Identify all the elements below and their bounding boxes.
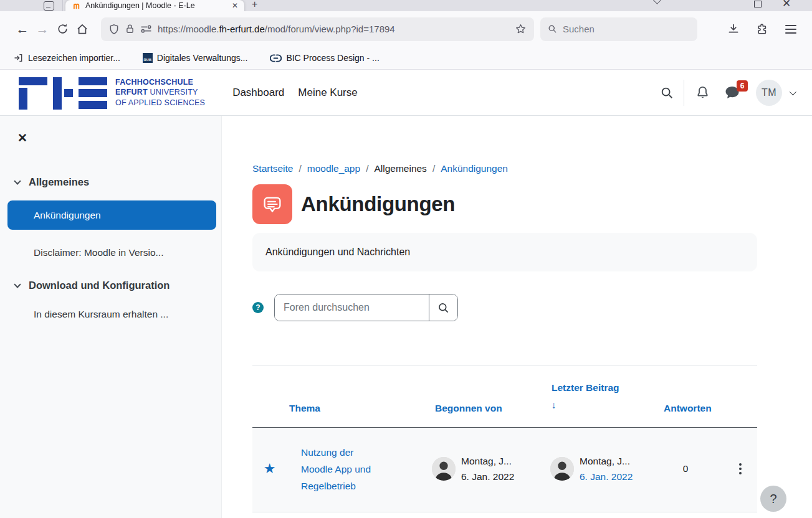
breadcrumb-separator: / (366, 163, 368, 174)
unread-messages-badge: 6 (737, 80, 748, 92)
forum-search-row: ? (252, 294, 757, 321)
sort-thema[interactable]: Thema (287, 403, 408, 414)
sort-begonnen-von[interactable]: Begonnen von (408, 403, 536, 414)
main-region: Startseite / moodle_app / Allgemeines / … (222, 116, 812, 518)
sidebar-item-kursraum[interactable]: In diesem Kursraum erhalten ... (34, 309, 221, 320)
section-toggle-download[interactable]: Download und Konfiguration (15, 280, 221, 291)
tracking-shield-icon[interactable] (108, 24, 120, 35)
forum-description: Ankündigungen und Nachrichten (252, 233, 757, 271)
back-button[interactable]: ← (12, 19, 32, 39)
topic-line: Moodle App und (301, 464, 371, 474)
fhe-logo-text: FACHHOCHSCHULE ERFURT UNIVERSITY OF APPL… (115, 77, 205, 108)
primary-nav: Dashboard Meine Kurse (232, 83, 358, 103)
breadcrumb-moodle-app[interactable]: moodle_app (307, 163, 360, 174)
reload-icon (57, 23, 69, 35)
url-text[interactable]: https://moodle.fh-erfurt.de/mod/forum/vi… (158, 24, 509, 34)
section-toggle-allgemeines[interactable]: Allgemeines (15, 176, 221, 188)
sidebar-close-button[interactable]: ✕ (17, 131, 27, 145)
app-menu-button[interactable] (781, 19, 801, 39)
last-post-date-link[interactable]: 6. Jan. 2022 (580, 469, 633, 484)
messages-button[interactable]: 6 (725, 86, 740, 99)
avatar (432, 457, 456, 481)
header-search-button[interactable] (660, 86, 674, 100)
help-info-icon[interactable]: ? (252, 302, 264, 313)
firefox-view-icon[interactable] (44, 1, 54, 11)
nav-meine-kurse[interactable]: Meine Kurse (298, 83, 357, 103)
bookmark-label: BIC Process Design - ... (286, 53, 379, 63)
logo-line2-rest: UNIVERSITY (148, 88, 198, 97)
url-prefix: https://moodle. (158, 24, 219, 34)
search-icon (548, 24, 557, 34)
new-tab-button[interactable]: + (252, 0, 257, 10)
bookmark-star-icon[interactable] (515, 23, 527, 35)
course-index-sidebar: ✕ Allgemeines Ankündigungen Disclaimer: … (0, 116, 222, 518)
permissions-sliders-icon[interactable] (140, 24, 152, 34)
url-path: /mod/forum/view.php?id=17894 (265, 24, 395, 34)
bic-favicon (270, 54, 282, 63)
forum-search-button[interactable] (429, 294, 457, 321)
search-icon (660, 86, 674, 100)
moodle-header: FACHHOCHSCHULE ERFURT UNIVERSITY OF APPL… (0, 70, 812, 116)
logo-line1: FACHHOCHSCHULE (115, 78, 193, 87)
home-icon (76, 23, 88, 35)
row-actions-menu[interactable] (723, 463, 757, 474)
list-all-tabs-icon[interactable] (653, 0, 661, 4)
floating-help-button[interactable]: ? (760, 486, 786, 512)
tab-close-icon[interactable]: ✕ (232, 2, 238, 9)
window-close-icon[interactable]: ✕ (782, 0, 791, 10)
extensions-button[interactable] (752, 19, 772, 39)
bookmark-label: Lesezeichen importier... (28, 53, 120, 63)
user-menu-chevron-icon[interactable] (790, 88, 796, 95)
started-by-name[interactable]: Montag, J... (461, 453, 514, 469)
home-button[interactable] (72, 19, 92, 39)
downloads-button[interactable] (724, 19, 743, 39)
reload-button[interactable] (52, 19, 72, 39)
last-post-name[interactable]: Montag, J... (580, 453, 633, 469)
fhe-logo-mark (19, 76, 107, 110)
logo-line3: OF APPLIED SCIENCES (115, 98, 205, 107)
browser-search-field[interactable]: Suchen (540, 17, 697, 41)
bookmark-import[interactable]: Lesezeichen importier... (14, 53, 120, 63)
breadcrumb: Startseite / moodle_app / Allgemeines / … (252, 163, 757, 174)
forward-button[interactable]: → (32, 19, 52, 39)
nav-dashboard[interactable]: Dashboard (232, 83, 284, 103)
sort-letzter-beitrag[interactable]: Letzter Beitrag ↓ (536, 379, 648, 414)
forward-icon: → (36, 22, 49, 35)
browser-titlebar: Ankündigungen | Moodle - E-Le ✕ + ✕ (0, 0, 812, 11)
sidebar-item-ankuendigungen[interactable]: Ankündigungen (7, 200, 216, 230)
sort-desc-icon: ↓ (552, 397, 648, 414)
notifications-button[interactable] (695, 85, 710, 100)
window-maximize-icon[interactable] (754, 1, 762, 7)
lock-icon[interactable] (125, 24, 135, 34)
fhe-logo[interactable]: FACHHOCHSCHULE ERFURT UNIVERSITY OF APPL… (19, 76, 205, 110)
breadcrumb-allgemeines: Allgemeines (374, 163, 426, 174)
chevron-down-icon (14, 281, 21, 288)
url-bar[interactable]: https://moodle.fh-erfurt.de/mod/forum/vi… (101, 17, 534, 41)
download-icon (727, 23, 740, 35)
hamburger-menu-icon (785, 25, 796, 34)
url-domain: fh-erfurt.de (219, 24, 264, 34)
forum-search-input[interactable] (275, 294, 429, 321)
topic-line: Regelbetrieb (301, 481, 356, 491)
started-date: 6. Jan. 2022 (461, 469, 514, 484)
bookmark-rub[interactable]: RUB Digitales Verwaltungs... (143, 53, 248, 63)
breadcrumb-ankuendigungen[interactable]: Ankündigungen (441, 163, 508, 174)
started-by-cell: Montag, J... 6. Jan. 2022 (408, 453, 536, 484)
import-bookmarks-icon (14, 53, 24, 63)
browser-tab[interactable]: Ankündigungen | Moodle - E-Le ✕ (65, 0, 244, 11)
sidebar-item-disclaimer[interactable]: Disclaimer: Moodle in Versio... (34, 247, 221, 258)
discussion-row: ★ Nutzung der Moodle App und Regelbetrie… (252, 427, 757, 512)
header-actions: 6 TM (660, 80, 795, 106)
discussion-topic-link[interactable]: Nutzung der Moodle App und Regelbetrieb (287, 444, 408, 494)
page-title: Ankündigungen (301, 192, 455, 216)
bookmark-bic[interactable]: BIC Process Design - ... (270, 53, 379, 63)
breadcrumb-startseite[interactable]: Startseite (252, 163, 293, 174)
sort-antworten[interactable]: Antworten (648, 403, 723, 414)
discussion-table: Thema Begonnen von Letzter Beitrag ↓ Ant… (252, 365, 757, 512)
forum-activity-icon (252, 184, 292, 224)
tab-title: Ankündigungen | Moodle - E-Le (85, 1, 227, 10)
star-icon[interactable]: ★ (264, 462, 276, 476)
favourite-cell: ★ (252, 462, 287, 476)
user-avatar[interactable]: TM (756, 80, 782, 106)
section-label: Download und Konfiguration (29, 280, 170, 291)
